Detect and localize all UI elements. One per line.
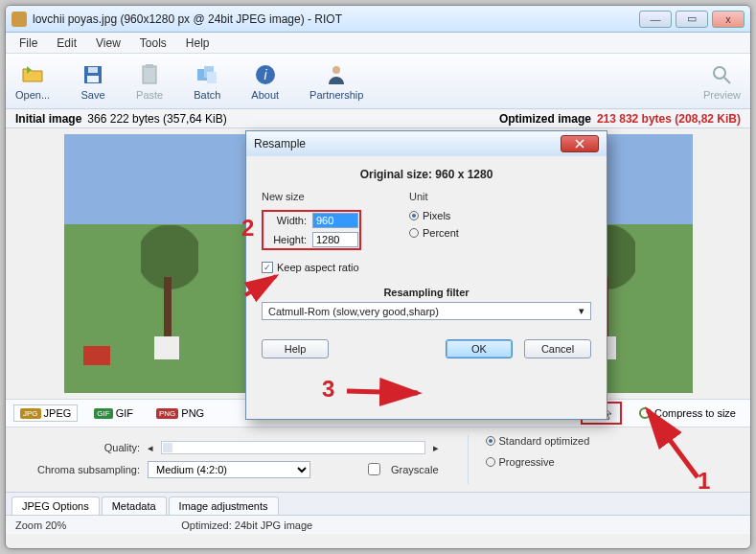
tab-image-adjustments[interactable]: Image adjustments [169, 496, 279, 515]
new-size-label: New size [262, 191, 361, 202]
radio-pixels[interactable]: Pixels [409, 210, 459, 221]
quality-slider[interactable] [161, 441, 425, 454]
partnership-label: Partnership [309, 89, 363, 101]
svg-line-12 [724, 78, 730, 83]
slider-right-arrow[interactable]: ▸ [433, 442, 439, 454]
radio-percent[interactable]: Percent [409, 227, 459, 239]
svg-rect-3 [143, 66, 156, 83]
floppy-icon [80, 62, 105, 87]
unit-label: Unit [409, 191, 459, 202]
info-strip: Initial image 366 222 bytes (357,64 KiB)… [6, 109, 750, 128]
svg-point-11 [714, 67, 725, 79]
batch-button[interactable]: Batch [194, 62, 220, 101]
format-png[interactable]: PNGPNG [149, 404, 211, 422]
width-input[interactable] [312, 213, 358, 228]
tab-metadata[interactable]: Metadata [102, 496, 167, 515]
batch-icon [195, 62, 219, 87]
window-title: lovchii poyas.jpg (960x1280 px @ 24bit J… [33, 12, 639, 26]
maximize-button[interactable]: ▭ [676, 11, 708, 28]
height-input[interactable] [312, 232, 358, 247]
grayscale-checkbox[interactable] [368, 463, 380, 475]
statusbar: Zoom 20% Optimized: 24bit JPG image [6, 515, 750, 534]
help-button[interactable]: Help [262, 339, 329, 358]
original-size-label: Original size: 960 x 1280 [262, 168, 591, 181]
about-label: About [251, 89, 279, 101]
keep-aspect-label: Keep aspect ratio [277, 262, 359, 273]
status-zoom: Zoom 20% [15, 519, 66, 531]
radio-progressive[interactable]: Progressive [486, 456, 739, 468]
paste-label: Paste [136, 89, 163, 101]
open-label: Open... [15, 89, 50, 101]
toolbar: Open... Save Paste Batch i About Partner… [6, 54, 750, 109]
dialog-titlebar: Resample [246, 131, 607, 156]
format-gif[interactable]: GIFGIF [87, 404, 140, 422]
svg-rect-7 [207, 72, 217, 83]
dialog-title: Resample [254, 137, 306, 150]
person-icon [324, 62, 349, 87]
initial-label: Initial image [15, 112, 81, 126]
quality-label: Quality: [17, 442, 140, 453]
menu-view[interactable]: View [86, 35, 130, 52]
info-icon: i [253, 62, 278, 87]
initial-value: 366 222 bytes (357,64 KiB) [87, 112, 226, 126]
menu-file[interactable]: File [10, 35, 47, 52]
controls-panel: Quality: ◂ ▸ Chroma subsampling: Medium … [6, 427, 750, 492]
magnifier-icon [709, 62, 734, 87]
resample-dialog: Resample Original size: 960 x 1280 New s… [245, 130, 607, 420]
minimize-button[interactable]: — [639, 11, 672, 28]
compress-to-size-button[interactable]: Compress to size [631, 404, 743, 423]
height-label: Height: [264, 234, 307, 245]
titlebar: lovchii poyas.jpg (960x1280 px @ 24bit J… [6, 6, 750, 33]
optimized-label: Optimized image [499, 112, 591, 126]
menu-edit[interactable]: Edit [47, 35, 86, 52]
save-button[interactable]: Save [80, 62, 105, 101]
optimized-value: 213 832 bytes (208,82 KiB) [597, 112, 741, 126]
bottom-tabs: JPEG Options Metadata Image adjustments [6, 492, 750, 515]
menu-help[interactable]: Help [176, 35, 219, 52]
chevron-down-icon: ▾ [579, 305, 584, 317]
svg-point-15 [640, 408, 650, 418]
tab-jpeg-options[interactable]: JPEG Options [11, 496, 100, 515]
gear-icon [638, 406, 652, 420]
batch-label: Batch [194, 89, 220, 101]
clipboard-icon [137, 62, 162, 87]
menubar: File Edit View Tools Help [6, 33, 750, 54]
radio-standard-optimized[interactable]: Standard optimized [486, 435, 739, 447]
app-icon [11, 12, 27, 27]
save-label: Save [81, 89, 105, 101]
menu-tools[interactable]: Tools [130, 35, 176, 52]
about-button[interactable]: i About [251, 62, 279, 101]
svg-point-10 [332, 66, 340, 74]
ok-button[interactable]: OK [446, 339, 513, 358]
preview-label: Preview [703, 89, 741, 101]
chroma-label: Chroma subsampling: [17, 464, 140, 475]
folder-open-icon [20, 62, 45, 87]
preview-button[interactable]: Preview [703, 62, 741, 101]
status-mode: Optimized: 24bit JPG image [181, 519, 312, 531]
paste-button[interactable]: Paste [136, 62, 163, 101]
chroma-select[interactable]: Medium (4:2:0) [148, 461, 310, 478]
keep-aspect-checkbox[interactable]: ✓Keep aspect ratio [262, 262, 361, 273]
grayscale-label: Grayscale [391, 464, 439, 475]
width-label: Width: [264, 215, 307, 226]
dialog-close-button[interactable] [561, 135, 599, 152]
svg-rect-4 [146, 64, 153, 68]
slider-left-arrow[interactable]: ◂ [148, 442, 153, 454]
resampling-filter-label: Resampling filter [262, 287, 591, 298]
close-button[interactable]: x [712, 11, 745, 28]
partnership-button[interactable]: Partnership [309, 62, 363, 101]
open-button[interactable]: Open... [15, 62, 50, 101]
cancel-button[interactable]: Cancel [524, 339, 591, 358]
format-jpeg[interactable]: JPGJPEG [13, 404, 78, 422]
resampling-filter-select[interactable]: Catmull-Rom (slow,very good,sharp)▾ [262, 302, 591, 320]
svg-rect-1 [88, 67, 98, 73]
initial-image-preview[interactable] [64, 134, 256, 393]
svg-rect-2 [87, 76, 99, 82]
